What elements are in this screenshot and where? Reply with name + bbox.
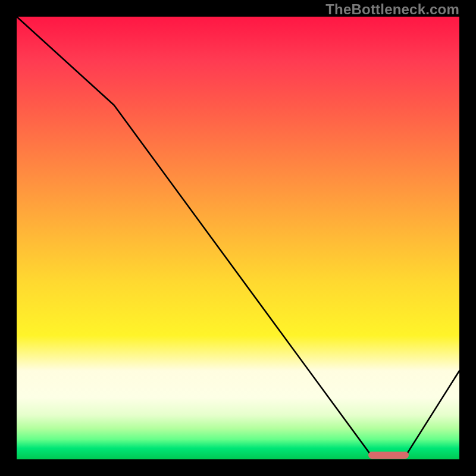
optimal-range-marker <box>368 452 409 459</box>
watermark-text: TheBottleneck.com <box>325 1 459 18</box>
bottleneck-curve <box>17 17 459 459</box>
plot-area <box>17 17 459 459</box>
chart-frame: TheBottleneck.com <box>0 0 476 476</box>
